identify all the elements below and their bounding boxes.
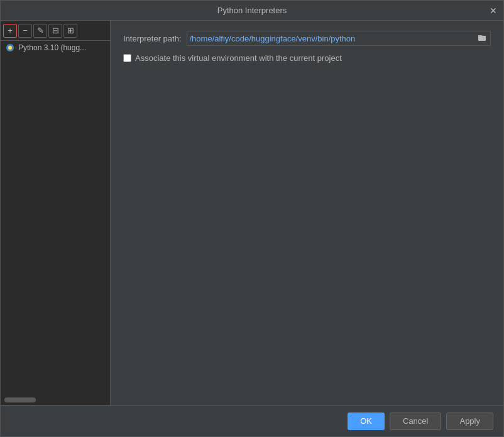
sidebar-scrollbar-area (1, 392, 110, 405)
edit-interpreter-button[interactable]: ✎ (33, 24, 47, 38)
svg-rect-2 (478, 36, 486, 41)
sidebar-scrollbar[interactable] (4, 397, 36, 402)
associate-label: Associate this virtual environment with … (135, 53, 342, 63)
filter-button[interactable]: ⊟ (48, 24, 62, 38)
sidebar: + − ✎ ⊟ ⊞ Python 3.10 (hugg... (1, 21, 111, 405)
sidebar-toolbar: + − ✎ ⊟ ⊞ (1, 21, 110, 41)
sidebar-item-python[interactable]: Python 3.10 (hugg... (1, 41, 110, 55)
associate-checkbox[interactable] (123, 54, 131, 62)
interpreter-path-row: Interpreter path: (123, 31, 491, 46)
interpreter-path-label: Interpreter path: (123, 34, 182, 43)
remove-interpreter-button[interactable]: − (18, 24, 32, 38)
close-button[interactable]: ✕ (488, 6, 498, 16)
svg-point-1 (8, 46, 12, 50)
dialog-title: Python Interpreters (217, 6, 287, 15)
browse-folder-button[interactable] (476, 33, 488, 44)
main-content: Interpreter path: Associate this virtual… (111, 21, 503, 405)
interpreter-path-container (187, 31, 491, 46)
expand-button[interactable]: ⊞ (63, 24, 77, 38)
dialog-body: + − ✎ ⊟ ⊞ Python 3.10 (hugg... Interpr (1, 21, 503, 405)
apply-button[interactable]: Apply (446, 413, 493, 430)
add-interpreter-button[interactable]: + (3, 24, 17, 38)
sidebar-item-label: Python 3.10 (hugg... (18, 43, 86, 52)
folder-icon (478, 33, 486, 42)
ok-button[interactable]: OK (348, 413, 385, 430)
interpreter-path-input[interactable] (190, 34, 477, 43)
title-bar: Python Interpreters ✕ (1, 1, 503, 21)
python-interpreters-dialog: Python Interpreters ✕ + − ✎ ⊟ ⊞ Python 3… (0, 0, 504, 437)
cancel-button[interactable]: Cancel (390, 413, 441, 430)
associate-checkbox-row: Associate this virtual environment with … (123, 53, 491, 63)
dialog-footer: OK Cancel Apply (1, 405, 503, 436)
python-icon (6, 43, 14, 52)
